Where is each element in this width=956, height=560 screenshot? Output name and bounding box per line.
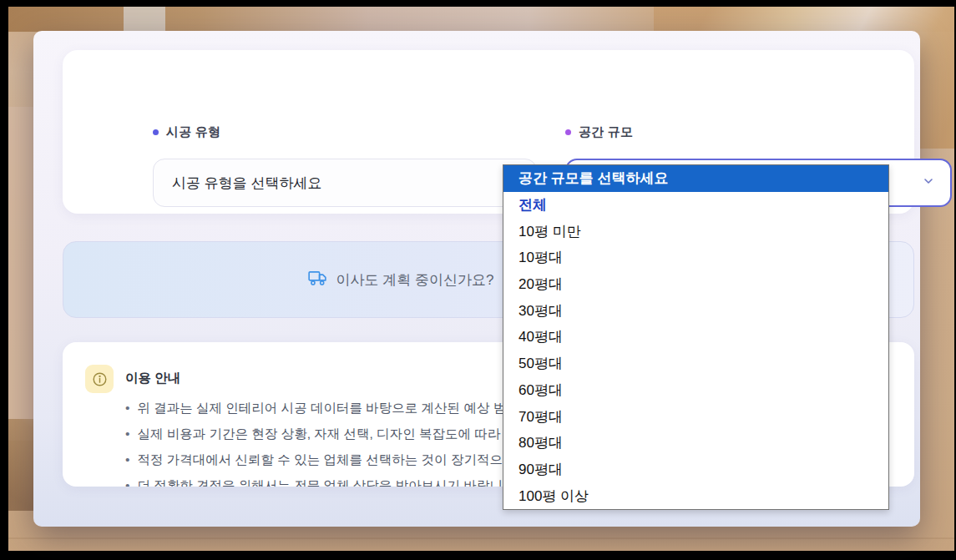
usage-notice-list: 위 결과는 실제 인테리어 시공 데이터를 바탕으로 계산된 예상 범위입니다 …	[125, 395, 559, 487]
truck-icon	[308, 270, 327, 290]
dropdown-option[interactable]: 30평대	[503, 297, 888, 324]
dropdown-option[interactable]: 100평 이상	[503, 482, 888, 509]
usage-notice-item: 적정 가격대에서 신뢰할 수 있는 업체를 선택하는 것이 장기적으로 더 경	[125, 446, 559, 472]
chevron-down-icon	[922, 174, 935, 191]
dropdown-option[interactable]: 10평 미만	[503, 218, 888, 245]
screenshot-stage: 시공 유형 시공 유형을 선택하세요 공간 규모 공간 규모를 선택하세요	[0, 0, 956, 560]
dropdown-option[interactable]: 50평대	[503, 351, 888, 377]
moving-plan-banner-label: 이사도 계획 중이신가요?	[336, 270, 494, 290]
bullet-dot-icon	[153, 129, 159, 135]
usage-notice-item: 더 정확한 견적을 위해서는 전문 업체 상담을 받아보시기 바랍니다.	[125, 472, 559, 487]
space-size-label: 공간 규모	[565, 124, 633, 140]
dropdown-option[interactable]: 70평대	[503, 403, 888, 430]
info-icon	[85, 365, 114, 393]
dropdown-option[interactable]: 80평대	[503, 430, 888, 457]
dropdown-option[interactable]: 40평대	[503, 324, 888, 351]
usage-notice-title: 이용 안내	[125, 370, 559, 387]
bullet-dot-icon	[565, 129, 571, 135]
photo-left-tint	[8, 107, 35, 441]
dropdown-option[interactable]: 90평대	[503, 457, 888, 483]
dropdown-option[interactable]: 10평대	[503, 245, 888, 271]
space-size-label-text: 공간 규모	[579, 124, 633, 140]
usage-notice-item: 위 결과는 실제 인테리어 시공 데이터를 바탕으로 계산된 예상 범위입니다	[125, 395, 559, 421]
dropdown-option[interactable]: 20평대	[503, 271, 888, 298]
space-size-dropdown: 공간 규모를 선택하세요 전체 10평 미만 10평대 20평대 30평대 40…	[503, 164, 889, 510]
dropdown-option[interactable]: 공간 규모를 선택하세요	[503, 165, 888, 192]
usage-notice-item: 실제 비용과 기간은 현장 상황, 자재 선택, 디자인 복잡도에 따라 달라질…	[125, 421, 559, 446]
construction-type-label: 시공 유형	[153, 124, 220, 140]
construction-type-placeholder: 시공 유형을 선택하세요	[172, 174, 321, 193]
usage-notice-content: 이용 안내 위 결과는 실제 인테리어 시공 데이터를 바탕으로 계산된 예상 …	[125, 365, 559, 487]
dropdown-option[interactable]: 60평대	[503, 377, 888, 404]
dropdown-option[interactable]: 전체	[503, 192, 888, 219]
photo-floor-line	[8, 537, 954, 539]
construction-type-select[interactable]: 시공 유형을 선택하세요	[153, 159, 537, 207]
construction-type-label-text: 시공 유형	[166, 124, 220, 140]
